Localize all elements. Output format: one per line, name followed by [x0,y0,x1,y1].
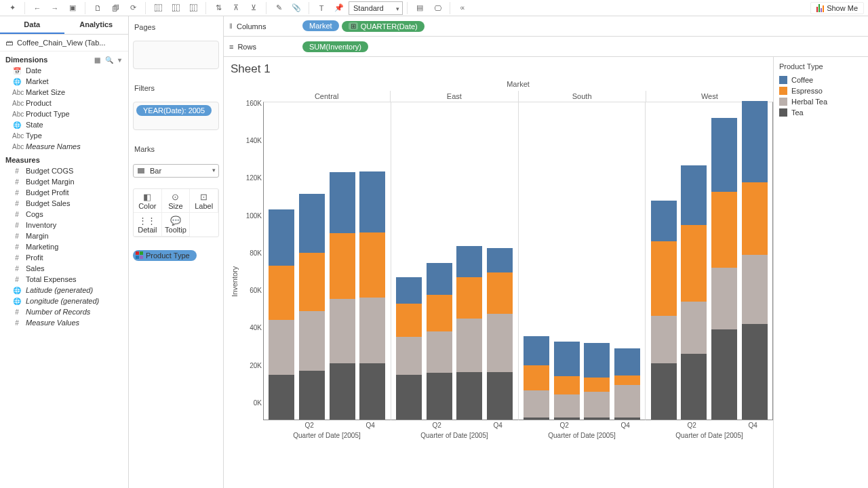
mark-type-dropdown[interactable]: Bar [133,164,219,178]
bar-east-q1[interactable] [396,277,422,420]
bar-segment[interactable] [396,375,422,420]
bar-segment[interactable] [711,268,737,329]
rows-pill-sum-inventory-[interactable]: SUM(Inventory) [302,41,368,52]
bar-segment[interactable] [359,171,385,232]
bar-segment[interactable] [299,311,325,371]
bar-south-q2[interactable] [554,342,580,420]
columns-shelf[interactable]: ⦀Columns Market⊞QUARTER(Date) [224,16,868,37]
bar-segment[interactable] [524,390,549,418]
bar-west-q3[interactable] [711,118,737,420]
tab-data[interactable]: Data [0,16,64,34]
sort-asc-icon[interactable]: ⊼ [228,1,244,16]
bar-segment[interactable] [359,298,385,363]
bar-segment[interactable] [614,348,640,375]
bar-segment[interactable] [742,324,768,420]
bar-segment[interactable] [487,314,513,372]
bar-segment[interactable] [487,372,513,420]
bar-segment[interactable] [456,372,482,420]
bar-segment[interactable] [427,331,452,373]
rows-shelf[interactable]: ≡Rows SUM(Inventory) [224,37,868,57]
measure-field-cogs[interactable]: #Cogs [0,209,128,220]
dimensions-tools-icon[interactable]: ▦ 🔍 ▾ [94,56,123,64]
columns-pill-market[interactable]: Market [302,20,339,31]
bar-west-q1[interactable] [651,201,677,420]
bar-segment[interactable] [584,378,610,392]
dimension-field-market-size[interactable]: AbcMarket Size [0,87,128,98]
share-icon[interactable]: ∝ [454,1,471,16]
highlight-icon[interactable]: ✎ [271,1,287,16]
marks-label-button[interactable]: ⊡Label [190,189,218,213]
bar-segment[interactable] [742,182,768,254]
bar-segment[interactable] [269,209,294,266]
measure-field-longitude-generated-[interactable]: 🌐Longitude (generated) [0,296,128,306]
bar-segment[interactable] [396,337,422,374]
bar-segment[interactable] [330,299,355,363]
sort-desc-icon[interactable]: ⊻ [245,1,262,16]
bar-central-q3[interactable] [330,172,355,420]
bar-segment[interactable] [359,363,385,420]
bar-segment[interactable] [742,255,768,324]
bar-segment[interactable] [681,225,707,302]
bar-segment[interactable] [584,418,610,420]
bar-segment[interactable] [396,277,422,304]
legend-item-herbal-tea[interactable]: Herbal Tea [779,96,863,107]
filter-pill-year[interactable]: YEAR(Date): 2005 [136,105,212,116]
measure-field-budget-sales[interactable]: #Budget Sales [0,198,128,209]
bar-segment[interactable] [584,343,610,378]
tab-analytics[interactable]: Analytics [64,16,129,34]
pause-data-icon[interactable]: 🗐 [107,1,123,16]
bar-segment[interactable] [742,101,768,182]
measure-field-budget-profit[interactable]: #Budget Profit [0,187,128,198]
bar-segment[interactable] [614,385,640,418]
bar-south-q3[interactable] [584,343,610,420]
measure-field-sales[interactable]: #Sales [0,263,128,274]
swap-icon[interactable]: ⇅ [210,1,226,16]
bar-segment[interactable] [330,172,355,233]
bar-segment[interactable] [554,394,580,418]
bar-segment[interactable] [681,165,707,224]
bar-west-q4[interactable] [742,101,768,420]
bar-segment[interactable] [269,375,294,420]
presentation-icon[interactable]: 🖵 [429,1,446,16]
bar-central-q4[interactable] [359,171,385,420]
pin-icon[interactable]: 📌 [331,1,347,16]
marks-pill-product-type[interactable]: Product Type [133,250,197,261]
show-me-button[interactable]: Show Me [810,2,864,14]
marks-color-button[interactable]: ◧Color [134,189,162,213]
bar-south-q4[interactable] [614,348,640,420]
dimension-field-product[interactable]: AbcProduct [0,98,128,108]
bar-east-q4[interactable] [487,248,513,420]
measure-field-measure-values[interactable]: #Measure Values [0,317,128,328]
bar-segment[interactable] [554,342,580,376]
bar-segment[interactable] [487,248,513,272]
measure-field-latitude-generated-[interactable]: 🌐Latitude (generated) [0,285,128,296]
measure-field-inventory[interactable]: #Inventory [0,220,128,230]
bar-segment[interactable] [681,354,707,420]
dimension-field-date[interactable]: 📅Date [0,65,128,76]
dimension-field-product-type[interactable]: AbcProduct Type [0,108,128,119]
columns-pill-quarter-date-[interactable]: ⊞QUARTER(Date) [342,21,425,32]
bar-segment[interactable] [524,418,549,420]
bar-segment[interactable] [359,232,385,298]
bar-segment[interactable] [651,201,677,242]
measure-field-total-expenses[interactable]: #Total Expenses [0,274,128,285]
save-icon[interactable]: ▣ [64,1,81,16]
bar-segment[interactable] [711,118,737,192]
back-icon[interactable]: ← [29,1,45,16]
bar-east-q3[interactable] [456,246,482,420]
bar-segment[interactable] [269,320,294,374]
measure-field-number-of-records[interactable]: #Number of Records [0,306,128,317]
bar-segment[interactable] [427,295,452,331]
bar-segment[interactable] [614,418,640,420]
refresh-icon[interactable]: ⟳ [125,1,141,16]
bar-segment[interactable] [524,336,549,365]
pages-shelf[interactable] [133,41,219,69]
legend-item-espresso[interactable]: Espresso [779,85,863,96]
chart-area[interactable]: Inventory 0K20K40K60K80K100K120K140K160K… [229,80,773,483]
dimension-field-type[interactable]: AbcType [0,130,128,141]
measure-field-profit[interactable]: #Profit [0,252,128,263]
bar-segment[interactable] [711,192,737,268]
new-sheet-icon[interactable]: ⿲ [150,1,166,16]
measure-field-budget-cogs[interactable]: #Budget COGS [0,165,128,176]
bar-segment[interactable] [299,253,325,311]
